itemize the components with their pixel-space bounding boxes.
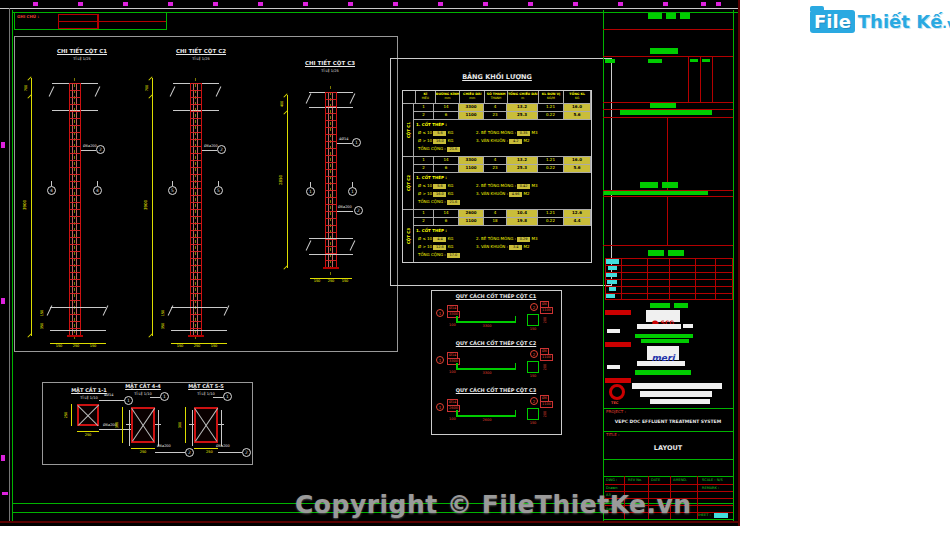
beam-edge <box>221 410 222 446</box>
stirrup-shape <box>527 408 539 420</box>
titleblock-line <box>712 57 713 102</box>
revision-entry <box>608 266 617 270</box>
leader-line <box>99 400 124 401</box>
redacted-text-bar-red <box>605 342 631 347</box>
ruler-tick <box>168 2 173 6</box>
dim-text: 150 <box>211 344 218 348</box>
dim-text: 350 <box>161 323 165 330</box>
info-line <box>697 476 698 519</box>
leader-line <box>218 452 242 453</box>
column-detail-title: CHI TIẾT CỘT C3 <box>305 60 355 66</box>
cross-section-scale: TỈ LỆ 1/10 <box>80 396 97 400</box>
footing-line <box>50 307 106 308</box>
rev-label: REV No. <box>628 478 642 482</box>
dim-text: 150 <box>40 310 44 317</box>
leader-line <box>81 150 96 151</box>
stirrup-callout-circle: 2 <box>185 448 194 457</box>
rebar-length-label: 3300 <box>447 358 460 365</box>
copyright-watermark: Copyright © FileThietKe.vn <box>295 490 692 519</box>
dim-text: 250 <box>73 344 80 348</box>
revision-entry <box>607 280 617 284</box>
site-logo[interactable]: FileThiết Kế.vn <box>810 10 950 33</box>
section-summary: 1. CỐT THÉP : Ø ≤ 10 4.4 KG 2. BÊ TÔNG M… <box>414 226 591 262</box>
titleblock-line <box>603 56 733 57</box>
ruler-tick <box>716 2 721 6</box>
logo-brand-text: Thiết Kế <box>858 11 943 32</box>
stirrup-length-label: 1100 <box>540 307 553 314</box>
table-row: 1142600410.41.2112.6 <box>414 210 591 218</box>
section-summary: 1. CỐT THÉP : Ø ≤ 10 5.6 KG 2. BÊ TÔNG M… <box>414 173 591 209</box>
header-cell: KL ĐƠN VỊKG/M <box>539 91 565 103</box>
cross-section-title: MẶT CẮT 5-5 <box>188 384 224 390</box>
ruler-tick <box>663 2 668 6</box>
table-header-row: KÍHIỆU ĐƯỜNG KÍNHmm CHIỀU DÀImm SỐ THANH… <box>403 91 591 104</box>
beam-edge <box>192 410 193 446</box>
dim-line <box>31 78 32 336</box>
dwg-label: DWG : <box>606 478 617 482</box>
header-cell: TỔNG KLKG <box>564 91 591 103</box>
stirrup-shape <box>527 361 539 373</box>
titleblock-line <box>603 196 733 197</box>
column-detail-scale: TỈ LỆ 1/25 <box>321 69 338 73</box>
titleblock-line <box>603 117 733 118</box>
dim-text: 2600 <box>483 418 492 422</box>
section-label: CỘT C1 <box>403 104 414 156</box>
stirrup-length-label: 1100 <box>540 401 553 408</box>
redacted-text-bar-white <box>607 365 620 369</box>
dim-line <box>122 407 123 443</box>
rebar-callout-circle: 2 <box>96 145 105 154</box>
dim-text: 250 <box>328 279 335 283</box>
dim-text: 200 <box>543 411 547 418</box>
dim-text: 700 <box>24 85 28 92</box>
frame-line-left <box>9 8 10 521</box>
section-mark-circle: 4 <box>47 186 56 195</box>
redacted-text-bar <box>650 48 678 54</box>
dim-text: 200 <box>543 364 547 371</box>
dim-text: 250 <box>206 450 213 454</box>
dim-text: 250 <box>194 344 201 348</box>
beam-edge <box>129 410 130 446</box>
dim-text: 150 <box>161 310 165 317</box>
redacted-text-bar <box>620 110 712 115</box>
beam-outline <box>309 238 353 255</box>
dim-line <box>194 448 218 449</box>
header-cell: CHIỀU DÀImm <box>460 91 485 103</box>
header-cell: SỐ THANHTHANH <box>485 91 508 103</box>
scale-label: SCALE : N/S <box>702 478 723 482</box>
dim-text: 250 <box>64 412 68 419</box>
dim-text: 300 <box>115 422 119 429</box>
sheet-value <box>714 513 728 518</box>
redacted-text-bar <box>668 250 684 256</box>
leader-line <box>202 150 217 151</box>
leader-line <box>155 452 185 453</box>
dim-text: 150 <box>56 344 63 348</box>
rebar-spec-title: QUY CÁCH CỐT THÉP CỘT C2 <box>456 341 537 347</box>
rebar-hook <box>456 410 458 415</box>
rebar-callout-circle: 1 <box>436 403 444 411</box>
redacted-text-bar <box>604 191 708 195</box>
cross-section-scale: TỈ LỆ 1/10 <box>197 392 214 396</box>
dim-text: 150 <box>530 421 537 425</box>
redacted-text-bar <box>648 250 664 256</box>
rebar-callout-circle: 2 <box>217 145 226 154</box>
redacted-text-bar <box>635 370 691 375</box>
titleblock-line <box>603 459 733 460</box>
project-name: VEPC DOC EFFLUENT TREATMENT SYSTEM <box>615 419 721 424</box>
tec-logo-icon <box>609 384 625 400</box>
dim-text: 150 <box>530 374 537 378</box>
dim-text: 300 <box>178 422 182 429</box>
stirrup-callout-circle: 2 <box>242 448 251 457</box>
column-detail-title: CHI TIẾT CỘT C1 <box>57 48 107 54</box>
scg-logo: ⬤ SCG <box>646 310 680 322</box>
note-line <box>98 14 99 29</box>
rebar-hook <box>456 316 458 321</box>
rebar-callout-circle: 1 <box>223 392 232 401</box>
rebar-callout-circle: 1 <box>436 356 444 364</box>
ruler-tick <box>438 2 443 6</box>
stirrup-length-label: 1100 <box>540 354 553 361</box>
header-cell <box>403 91 416 103</box>
dim-line <box>152 78 153 336</box>
cross-section-scale: TỈ LỆ 1/10 <box>134 392 151 396</box>
titleblock-line <box>700 57 701 102</box>
rebar-shape <box>456 321 516 323</box>
